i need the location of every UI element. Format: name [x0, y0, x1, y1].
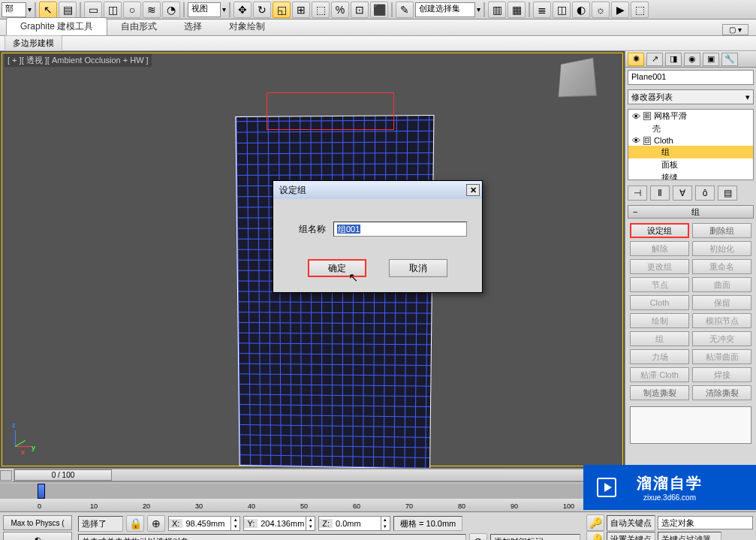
tool-last-icon[interactable]: ⬚	[631, 2, 649, 18]
change-group-button[interactable]: 更改组	[630, 259, 689, 274]
setkey-button[interactable]: 设置关键点	[607, 532, 655, 541]
mat-editor-icon[interactable]: ◐	[572, 2, 590, 18]
tab-graphite[interactable]: Graphite 建模工具	[6, 17, 107, 35]
time-prev-icon[interactable]	[0, 470, 12, 481]
rollout-group-header[interactable]: −组	[628, 205, 754, 219]
y-coord[interactable]: Y:204.136mm▴▾	[243, 516, 315, 531]
sub-ribbon: 多边形建模	[0, 36, 756, 51]
time-handle[interactable]: 0 / 100	[14, 469, 112, 481]
x-coord[interactable]: X:98.459mm▴▾	[168, 516, 240, 531]
align-icon[interactable]: ▦	[508, 2, 526, 18]
utility-tab-icon[interactable]: 🔧	[721, 53, 738, 66]
tab-freeform[interactable]: 自由形式	[107, 18, 170, 35]
setkey-icon[interactable]: 🔑	[586, 531, 604, 540]
keep-button[interactable]: 保留	[692, 295, 751, 310]
fence-select-icon[interactable]: ≋	[143, 2, 161, 18]
polymodel-button[interactable]: 多边形建模	[5, 35, 62, 51]
select-tool-icon[interactable]: ↖	[39, 2, 57, 18]
surface-button[interactable]: 曲面	[692, 277, 751, 292]
mod-meshsmooth[interactable]: 👁⊞网格平滑	[628, 110, 753, 122]
dialog-titlebar[interactable]: 设定组 ✕	[273, 181, 482, 199]
track-marker[interactable]	[38, 484, 45, 499]
tab-select[interactable]: 选择	[170, 18, 215, 35]
object-name-field[interactable]: Plane001	[628, 70, 754, 85]
cancel-button[interactable]: 取消	[389, 259, 447, 277]
timetag-label[interactable]: 添加时间标记	[490, 534, 580, 541]
timetag-icon[interactable]: ⊙	[469, 533, 487, 540]
create-tab-icon[interactable]: ✺	[628, 53, 644, 66]
rect-select-icon[interactable]: ▭	[84, 2, 102, 18]
tool6-icon[interactable]: %	[331, 2, 349, 18]
force-button[interactable]: 力场	[630, 349, 689, 364]
selobj-field[interactable]: 选定对象	[658, 516, 753, 529]
lasso-select-icon[interactable]: ◔	[162, 2, 180, 18]
unassign-button[interactable]: 解除	[630, 241, 689, 256]
maxscript-mini[interactable]: ◐	[3, 532, 72, 540]
node-button[interactable]: 节点	[630, 277, 689, 292]
lock-icon[interactable]: 🔒	[126, 515, 144, 532]
render-setup-icon[interactable]: ☼	[592, 2, 610, 18]
pin-stack-icon[interactable]: ⊣	[628, 186, 647, 201]
remove-mod-icon[interactable]: ô	[695, 186, 715, 201]
show-result-icon[interactable]: Ⅱ	[650, 186, 670, 201]
tool4-icon[interactable]: ⊞	[292, 2, 310, 18]
hierarchy-tab-icon[interactable]: ◨	[665, 53, 682, 66]
configure-icon[interactable]: ▤	[718, 186, 737, 201]
key-icon[interactable]: 🔑	[586, 514, 604, 531]
autokey-button[interactable]: 自动关键点	[607, 515, 655, 531]
render-icon[interactable]: ▶	[611, 2, 629, 18]
rename-button[interactable]: 重命名	[692, 259, 751, 274]
filter-dropdown[interactable]: 部	[2, 2, 26, 17]
ribbon-menu-icon[interactable]: ▢ ▾	[722, 24, 748, 35]
close-icon[interactable]: ✕	[466, 184, 480, 196]
noconflict-button[interactable]: 无冲突	[692, 331, 751, 346]
tool8-icon[interactable]: ⬛	[370, 2, 388, 18]
init-button[interactable]: 初始化	[692, 241, 751, 256]
selection-set-dropdown[interactable]: 创建选择集	[415, 2, 475, 17]
mod-seam[interactable]: 接缝	[628, 171, 753, 180]
tab-objpaint[interactable]: 对象绘制	[215, 18, 279, 35]
set-group-button[interactable]: 设定组	[630, 223, 689, 238]
modifier-stack[interactable]: 👁⊞网格平滑 壳 👁⊟Cloth 组 面板 接缝	[628, 109, 754, 180]
view-dropdown[interactable]: 视图	[188, 2, 221, 17]
mirror-icon[interactable]: ▥	[488, 2, 506, 18]
schematic-icon[interactable]: ◫	[553, 2, 571, 18]
window-select-icon[interactable]: ◫	[104, 2, 122, 18]
sticky-cloth-button[interactable]: 粘滞 Cloth	[630, 367, 689, 382]
ok-button[interactable]: 确定	[308, 259, 366, 277]
keyfilter-button[interactable]: 关键点过滤器...	[658, 532, 721, 541]
sticky-surf-button[interactable]: 粘滞曲面	[692, 349, 751, 364]
viewcube[interactable]	[558, 58, 597, 98]
del-group-button[interactable]: 删除组	[692, 223, 751, 238]
z-coord[interactable]: Z:0.0mm▴▾	[318, 516, 390, 531]
mod-group[interactable]: 组	[628, 146, 753, 158]
circle-select-icon[interactable]: ○	[123, 2, 141, 18]
tool7-icon[interactable]: ⊡	[351, 2, 369, 18]
named-sel-icon[interactable]: ✎	[396, 2, 414, 18]
simnode-button[interactable]: 模拟节点	[692, 313, 751, 328]
viewport-label[interactable]: [ + ][ 透视 ][ Ambient Occlusion + HW ]	[5, 54, 152, 67]
modifier-list-combo[interactable]: 修改器列表▾	[628, 89, 754, 104]
tool5-icon[interactable]: ⬚	[312, 2, 330, 18]
mod-shell[interactable]: 壳	[628, 122, 753, 135]
draw-button[interactable]: 绘制	[630, 313, 689, 328]
mod-panel[interactable]: 面板	[628, 158, 753, 171]
scale-tool-icon[interactable]: ◱	[273, 2, 291, 18]
make-tear-button[interactable]: 制造撕裂	[630, 385, 689, 400]
maxscript-button[interactable]: Max to Physcs (	[3, 515, 72, 530]
abs-icon[interactable]: ⊕	[147, 515, 165, 532]
move-tool-icon[interactable]: ✥	[233, 2, 251, 18]
clear-tear-button[interactable]: 清除撕裂	[692, 385, 751, 400]
modify-tab-icon[interactable]: ↗	[646, 53, 663, 66]
display-tab-icon[interactable]: ▣	[703, 53, 719, 66]
group-name-input[interactable]: 组001	[333, 222, 467, 237]
layer-icon[interactable]: ≣	[533, 2, 551, 18]
motion-tab-icon[interactable]: ◉	[684, 53, 700, 66]
rotate-tool-icon[interactable]: ↻	[253, 2, 271, 18]
select-name-icon[interactable]: ▤	[59, 2, 77, 18]
make-unique-icon[interactable]: ∀	[673, 186, 692, 201]
weld-button[interactable]: 焊接	[692, 367, 751, 382]
cloth-button[interactable]: Cloth	[630, 295, 689, 310]
group-button[interactable]: 组	[630, 331, 689, 346]
mod-cloth[interactable]: 👁⊟Cloth	[628, 135, 753, 146]
